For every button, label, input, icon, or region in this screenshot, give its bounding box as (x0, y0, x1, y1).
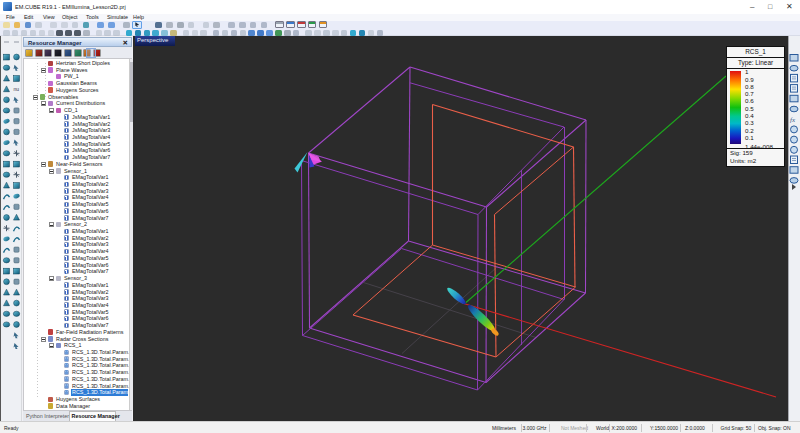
svg-text:nu: nu (14, 86, 20, 92)
svg-text:fx: fx (790, 116, 796, 124)
